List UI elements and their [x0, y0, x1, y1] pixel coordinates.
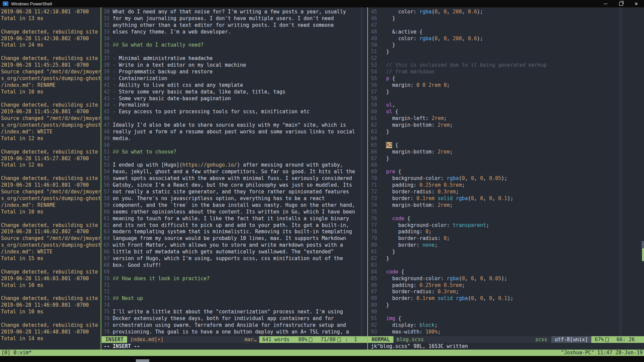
markdown-line: 44 - Permalinks [104, 102, 355, 109]
scss-line: 55 p { [371, 75, 547, 82]
log-line [1, 262, 100, 269]
log-line: /index.md": RENAME [1, 82, 100, 89]
log-line: Change detected, rebuilding site [1, 222, 100, 229]
log-line: s_org/content/posts/dumping-ghost [1, 195, 100, 202]
log-line: 2019-06-28 11:45:26.801 -0700 [1, 109, 100, 115]
log-line: 2019-06-28 11:42:10.801 -0700 [1, 9, 100, 15]
log-line: Total in 10 ms [1, 282, 100, 289]
markdown-line: 32 anything other than a text editor for… [104, 22, 355, 29]
close-button[interactable]: ✕ [629, 0, 644, 7]
scss-line: 61 margin-left: 2rem; [371, 115, 547, 122]
markdown-line: 40 - Containerization [104, 75, 355, 82]
hugo-log-pane[interactable]: 2019-06-28 11:42:10.801 -0700Total in 13… [1, 9, 100, 342]
markdown-line: 74 [104, 302, 355, 309]
missing-glyph-icon [309, 338, 312, 342]
taskbar-strip [0, 356, 644, 362]
scrollbar-marker [642, 248, 644, 261]
log-line: Change detected, rebuilding site [1, 269, 100, 276]
markdown-line: 76 Docker extensively these days, both f… [104, 315, 355, 322]
window-controls: ✕ [598, 0, 644, 7]
scss-line: 53 // this is unclassed due to it being … [371, 62, 547, 69]
colorcolumn-indicator-mid [360, 7, 363, 336]
log-line: Change detected, rebuilding site [1, 149, 100, 156]
log-line: 2019-06-28 11:46:03.801 -0700 [1, 276, 100, 282]
word-count: 641 words [262, 336, 289, 343]
tmux-host-clock: "Joshua-PC" 11:47 28-Jun-19 [561, 350, 643, 356]
scss-line: 87 border-radius: 0.3rem; [371, 289, 547, 295]
restore-button[interactable] [613, 0, 629, 7]
right-statusline-info: scss utf-8[unix] [535, 336, 591, 343]
markdown-editor-pane[interactable]: 30 What do I need any of that noise for?… [104, 9, 355, 336]
scss-line: 65 h2 { [371, 142, 547, 149]
markdown-line: 35 ## So what do I actually need? [104, 42, 355, 49]
scrollbar-thumb[interactable] [642, 241, 644, 248]
log-line: Total in 15 ms [1, 255, 100, 262]
minimize-button[interactable] [598, 0, 613, 7]
log-line: Total in 13 ms [1, 15, 100, 22]
scss-line: 78 padding: 0; [371, 229, 547, 235]
markdown-line: 59 component, and the `tree` in the base… [104, 202, 355, 209]
log-line [1, 169, 100, 175]
scss-line: 79 border-radius: 0; [371, 235, 547, 242]
markdown-line: 61 meaning to touch for a while. I like … [104, 216, 355, 222]
log-line: s_org/content/posts/dumping-ghost [1, 242, 100, 249]
scss-line: 71 padding: 0.25rem 0.5rem; [371, 182, 547, 189]
log-line: Total in 12 ms [1, 162, 100, 169]
markdown-line: 31 for my own journaling purposes. I don… [104, 15, 355, 22]
markdown-line: 48 really just a form of a resume about … [104, 129, 355, 135]
scss-line: 68 [371, 162, 547, 169]
scss-line: 80 border: none; [371, 242, 547, 249]
markdown-line: 78 provisioning. The goal is to have a o… [104, 329, 355, 336]
log-line: 2019-06-28 11:46:02.802 -0700 [1, 229, 100, 235]
right-statusline-right-segment: 67% 66: 26 [591, 336, 644, 343]
scss-line: 54 // from markdown [371, 69, 547, 75]
vim-mode-badge-mid: INSERT [102, 336, 127, 343]
log-line: /index.md": WRITE [1, 249, 100, 255]
insert-mode-message: -- INSERT -- [104, 343, 140, 350]
log-line: Change detected, rebuilding site [1, 295, 100, 302]
scss-line: 91 img { [371, 315, 547, 322]
markdown-line: 70 ## How does it look in practice? [104, 276, 355, 282]
markdown-line: 55 sweet spots associated with the above… [104, 175, 355, 182]
scss-line: 89 } [371, 302, 547, 309]
scss-line: 62 margin-bottom: 2rem; [371, 122, 547, 129]
column-number-mid: 1 [354, 336, 357, 343]
log-line: Source changed "/mnt/d/dev/jmoyer [1, 235, 100, 242]
log-line: Change detected, rebuilding site [1, 322, 100, 329]
markdown-line: 62 and its not too difficult to pick up … [104, 222, 355, 229]
scroll-percent-mid: 88% [298, 336, 307, 343]
scss-line: 74 margin-bottom: 2rem; [371, 202, 547, 209]
scss-line: 56 margin: 0 0 2rem 0; [371, 82, 547, 89]
taskbar-fragment [136, 359, 149, 362]
scss-line: 82 } [371, 255, 547, 262]
markdown-line: 56 Gatsby, since I'm a React dev, but th… [104, 182, 355, 189]
powershell-window: > Windows PowerShell ✕ 2019-06-28 11:42:… [0, 0, 644, 362]
scss-line: 92 display: block; [371, 322, 547, 329]
scss-line: 47 [371, 22, 547, 29]
scss-editor-pane[interactable]: 45 color: rgba(0, 0, 200, 0.6);46 }47 48… [371, 9, 547, 336]
file-written-message: jk"blog.scss" 98L, 1653C written [371, 343, 468, 350]
scss-line: 58 [371, 96, 547, 102]
markdown-line: 46 [104, 115, 355, 122]
pane-divider-right [367, 7, 368, 350]
markdown-line: 77 orchestration using swarm. Terraform … [104, 322, 355, 329]
log-line: 2019-06-28 11:46:01.801 -0700 [1, 182, 100, 189]
markdown-line: 49 media. [104, 135, 355, 142]
scss-line: 81 } [371, 249, 547, 255]
scss-line: 70 background-color: rgba(0, 0, 0, 0.05)… [371, 175, 547, 182]
markdown-line: 73 ## Next up [104, 295, 355, 302]
tmux-status-bar: [0] 0:vim* "Joshua-PC" 11:47 28-Jun-19 [0, 350, 644, 356]
window-titlebar: > Windows PowerShell ✕ [0, 0, 644, 7]
log-line: /index.md": RENAME [1, 202, 100, 209]
missing-glyph-icon [337, 338, 341, 342]
scss-line: 84 code { [371, 269, 547, 276]
markdown-line: 64 language from my source would be prob… [104, 235, 355, 242]
markdown-line: 52 [104, 156, 355, 162]
markdown-line: 33 elses fancy theme. I'm a web develope… [104, 29, 355, 36]
filetype-truncated-label: mar… [245, 336, 257, 343]
log-line [1, 315, 100, 322]
scss-line: 76 code { [371, 216, 547, 222]
scss-line: 59 ul, [371, 102, 547, 109]
scss-line: 88 border: 0.1rem solid rgba(0, 0, 0, 0.… [371, 295, 547, 302]
close-icon: ✕ [635, 1, 638, 6]
